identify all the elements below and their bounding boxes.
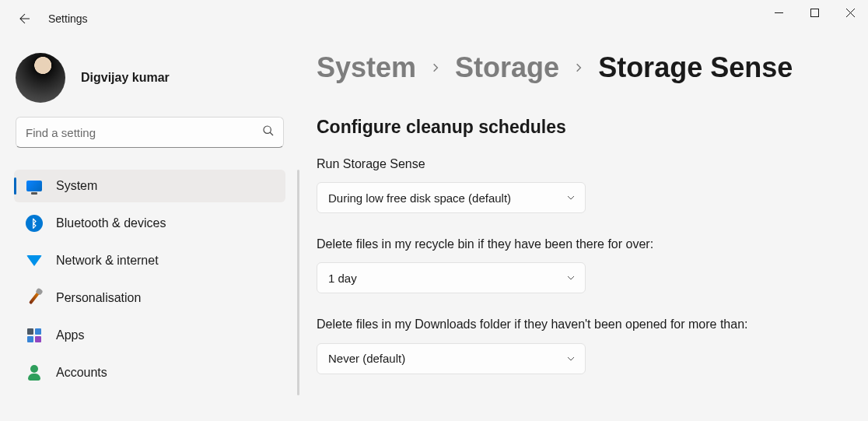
search-icon [262, 125, 275, 140]
sidebar-scrollbar[interactable] [297, 170, 299, 395]
sidebar: Digvijay kumar System ᛒ Bluetooth & devi… [0, 37, 299, 421]
apps-icon [25, 326, 44, 345]
setting-label: Delete files in my Downloads folder if t… [317, 315, 752, 333]
breadcrumb-storage[interactable]: Storage [455, 51, 559, 84]
search-input[interactable] [16, 117, 284, 148]
chevron-down-icon [566, 273, 576, 282]
system-icon [25, 177, 44, 195]
search-box [16, 117, 284, 148]
content: System Storage Storage Sense Configure c… [299, 37, 868, 421]
svg-point-1 [264, 126, 271, 133]
chevron-right-icon [573, 62, 584, 73]
setting-label: Delete files in my recycle bin if they h… [317, 235, 752, 253]
paintbrush-icon [25, 289, 44, 307]
sidebar-item-label: Network & internet [56, 254, 159, 268]
setting-run-storage-sense: Run Storage Sense During low free disk s… [317, 155, 837, 213]
sidebar-item-label: Bluetooth & devices [56, 216, 166, 230]
accounts-icon [25, 363, 44, 382]
chevron-down-icon [566, 354, 576, 363]
back-arrow-icon [18, 12, 32, 26]
sidebar-item-network[interactable]: Network & internet [14, 244, 285, 277]
downloads-dropdown[interactable]: Never (default) [317, 343, 586, 374]
section-heading: Configure cleanup schedules [317, 117, 837, 138]
close-button[interactable] [832, 0, 868, 25]
sidebar-item-system[interactable]: System [14, 170, 285, 202]
sidebar-item-label: Apps [56, 328, 84, 342]
minimize-icon [775, 9, 783, 17]
bluetooth-icon: ᛒ [25, 214, 44, 233]
dropdown-value: 1 day [328, 272, 357, 285]
dropdown-value: Never (default) [328, 352, 405, 365]
window-controls [761, 0, 868, 25]
user-block[interactable]: Digvijay kumar [14, 53, 285, 103]
wifi-icon [25, 251, 44, 270]
breadcrumb-system[interactable]: System [317, 51, 416, 84]
sidebar-item-accounts[interactable]: Accounts [14, 356, 285, 389]
maximize-button[interactable] [796, 0, 832, 25]
app-title: Settings [48, 12, 88, 25]
title-bar: Settings [0, 0, 868, 37]
setting-label: Run Storage Sense [317, 155, 752, 173]
setting-recycle-bin: Delete files in my recycle bin if they h… [317, 235, 837, 293]
sidebar-item-label: System [56, 179, 97, 193]
chevron-right-icon [430, 62, 441, 73]
back-button[interactable] [14, 8, 36, 30]
sidebar-item-apps[interactable]: Apps [14, 319, 285, 352]
maximize-icon [810, 9, 819, 17]
user-name: Digvijay kumar [81, 71, 170, 85]
close-icon [846, 9, 855, 17]
sidebar-item-label: Accounts [56, 366, 107, 380]
run-storage-sense-dropdown[interactable]: During low free disk space (default) [317, 182, 586, 213]
sidebar-item-personalisation[interactable]: Personalisation [14, 282, 285, 314]
chevron-down-icon [566, 193, 576, 202]
dropdown-value: During low free disk space (default) [328, 191, 511, 205]
breadcrumb: System Storage Storage Sense [317, 51, 837, 84]
breadcrumb-current: Storage Sense [598, 51, 793, 84]
setting-downloads: Delete files in my Downloads folder if t… [317, 315, 837, 374]
minimize-button[interactable] [761, 0, 796, 25]
recycle-bin-dropdown[interactable]: 1 day [317, 262, 586, 293]
nav-list: System ᛒ Bluetooth & devices Network & i… [14, 170, 285, 389]
sidebar-item-label: Personalisation [56, 291, 141, 305]
sidebar-item-bluetooth[interactable]: ᛒ Bluetooth & devices [14, 207, 285, 240]
svg-rect-0 [810, 9, 818, 16]
avatar [16, 53, 65, 103]
